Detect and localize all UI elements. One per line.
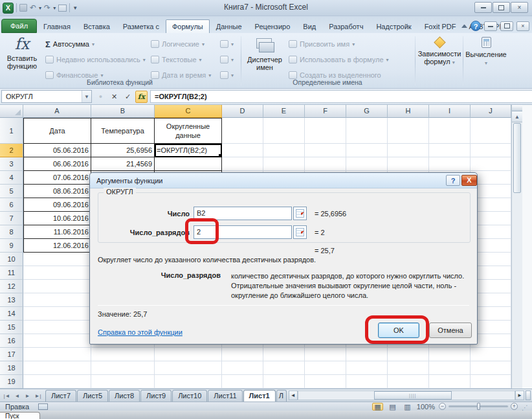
- cell-A3[interactable]: 06.06.2016: [23, 157, 91, 171]
- cell-A18[interactable]: [23, 361, 91, 375]
- column-header-D[interactable]: D: [222, 105, 263, 118]
- row-header-7[interactable]: 7: [0, 212, 23, 225]
- cell-F17[interactable]: [305, 348, 346, 361]
- close-button[interactable]: ×: [511, 2, 528, 13]
- column-header-C[interactable]: C: [155, 105, 222, 118]
- zoom-out-icon[interactable]: −: [439, 403, 446, 410]
- restore-button[interactable]: [493, 2, 510, 13]
- tab-6[interactable]: Вид: [296, 19, 322, 33]
- workbook-close-button[interactable]: ×: [516, 21, 529, 31]
- page-break-view-icon[interactable]: ▥: [402, 403, 413, 411]
- cell-C19[interactable]: [155, 375, 222, 389]
- minimize-button[interactable]: [474, 2, 492, 13]
- tab-3[interactable]: Формулы: [166, 19, 210, 33]
- insert-function-icon[interactable]: fx: [135, 91, 148, 103]
- cell-G3[interactable]: [346, 157, 388, 171]
- cell-A11[interactable]: [23, 266, 91, 280]
- tab-9[interactable]: Foxit PDF: [418, 19, 463, 33]
- resize-grip[interactable]: [522, 403, 528, 410]
- function-help-link[interactable]: Справка по этой функции: [98, 328, 183, 336]
- name-box-dropdown-icon[interactable]: ▼: [82, 91, 91, 102]
- row-header-19[interactable]: 19: [0, 375, 23, 389]
- cell-I1[interactable]: [429, 118, 471, 144]
- cell-F2[interactable]: [305, 144, 346, 157]
- next-sheet-icon[interactable]: ►: [23, 391, 32, 401]
- tab-file[interactable]: Файл: [1, 19, 37, 33]
- cell-D18[interactable]: [222, 361, 263, 375]
- cell-C3[interactable]: [155, 157, 222, 171]
- cell-H1[interactable]: [388, 118, 429, 144]
- last-sheet-icon[interactable]: ►|: [33, 391, 43, 401]
- cell-C17[interactable]: [155, 348, 222, 361]
- cell-H2[interactable]: [388, 144, 429, 157]
- cell-J2[interactable]: [471, 144, 511, 157]
- cell-D17[interactable]: [222, 348, 263, 361]
- insert-function-button[interactable]: fx Вставить функцию: [3, 36, 41, 77]
- cell-A7[interactable]: 10.06.2016: [23, 212, 91, 225]
- minimize-ribbon-icon[interactable]: [461, 24, 467, 28]
- cell-E2[interactable]: [263, 144, 305, 157]
- name-manager-button[interactable]: Диспетчеримен: [245, 36, 285, 77]
- logical-button[interactable]: Логические▾: [151, 38, 205, 51]
- formula-input[interactable]: =ОКРУГЛ(B2;2): [150, 90, 532, 103]
- tab-4[interactable]: Данные: [210, 19, 249, 33]
- split-handle[interactable]: [512, 105, 522, 111]
- formula-auditing-button[interactable]: Зависимостиформул ▾: [418, 36, 461, 77]
- cell-A5[interactable]: 08.06.2016: [23, 185, 91, 198]
- cell-A13[interactable]: [23, 293, 91, 307]
- cell-G2[interactable]: [346, 144, 388, 157]
- cell-J19[interactable]: [471, 375, 511, 389]
- zoom-thumb[interactable]: [477, 403, 480, 410]
- row-header-4[interactable]: 4: [0, 171, 23, 185]
- sheet-tab-Лист1[interactable]: Лист1: [243, 390, 276, 402]
- column-header-H[interactable]: H: [388, 105, 429, 118]
- cell-A2[interactable]: 05.06.2016: [23, 144, 91, 157]
- tab-split-handle[interactable]: [526, 391, 531, 400]
- zoom-track[interactable]: [449, 405, 508, 407]
- cell-I17[interactable]: [429, 348, 471, 361]
- scroll-up-icon[interactable]: ▲: [512, 111, 522, 122]
- cell-B17[interactable]: [91, 348, 155, 361]
- cell-A16[interactable]: [23, 334, 91, 348]
- vertical-scroll-thumb[interactable]: [513, 123, 521, 193]
- cell-A6[interactable]: 09.06.2016: [23, 198, 91, 212]
- row-header-16[interactable]: 16: [0, 334, 23, 348]
- cancel-button[interactable]: Отмена: [429, 323, 472, 338]
- cell-B2[interactable]: 25,6956: [91, 144, 155, 157]
- range-selector-icon[interactable]: [293, 207, 307, 220]
- cell-G1[interactable]: [346, 118, 388, 144]
- page-layout-view-icon[interactable]: ▤: [387, 403, 398, 411]
- row-header-12[interactable]: 12: [0, 280, 23, 293]
- lookup-reference-button[interactable]: ▾: [220, 38, 234, 51]
- cell-F19[interactable]: [305, 375, 346, 389]
- cell-A14[interactable]: [23, 307, 91, 321]
- row-header-11[interactable]: 11: [0, 266, 23, 280]
- tab-7[interactable]: Разработч: [322, 19, 370, 33]
- cell-A1[interactable]: Дата: [23, 118, 91, 144]
- cell-C2[interactable]: =ОКРУГЛ(B2;2): [155, 144, 222, 157]
- row-header-17[interactable]: 17: [0, 348, 23, 361]
- sheet-tab-Лист11[interactable]: Лист11: [208, 390, 242, 402]
- row-header-5[interactable]: 5: [0, 185, 23, 198]
- name-box[interactable]: ОКРУГЛ ▼: [1, 90, 92, 103]
- cell-D1[interactable]: [222, 118, 263, 144]
- cell-E17[interactable]: [263, 348, 305, 361]
- help-icon[interactable]: ?: [471, 21, 481, 31]
- cell-H3[interactable]: [388, 157, 429, 171]
- workbook-restore-button[interactable]: [500, 21, 513, 31]
- cell-A9[interactable]: 12.06.2016: [23, 239, 91, 253]
- cell-J1[interactable]: [471, 118, 511, 144]
- sheet-tab-Лист10[interactable]: Лист10: [172, 390, 207, 402]
- cell-C1[interactable]: Округленные данные: [155, 118, 222, 144]
- tab-5[interactable]: Рецензиро: [249, 19, 297, 33]
- row-header-6[interactable]: 6: [0, 198, 23, 212]
- define-name-button[interactable]: Присвоить имя▾: [289, 38, 355, 51]
- cell-C18[interactable]: [155, 361, 222, 375]
- scroll-left-icon[interactable]: ◄: [289, 391, 298, 400]
- cancel-icon[interactable]: ✕: [108, 91, 120, 103]
- text-functions-button[interactable]: Текстовые▾: [151, 53, 202, 66]
- cell-E18[interactable]: [263, 361, 305, 375]
- use-in-formula-button[interactable]: Использовать в формуле▾: [289, 53, 389, 66]
- dialog-title-bar[interactable]: Аргументы функции: [90, 173, 477, 188]
- row-header-14[interactable]: 14: [0, 307, 23, 321]
